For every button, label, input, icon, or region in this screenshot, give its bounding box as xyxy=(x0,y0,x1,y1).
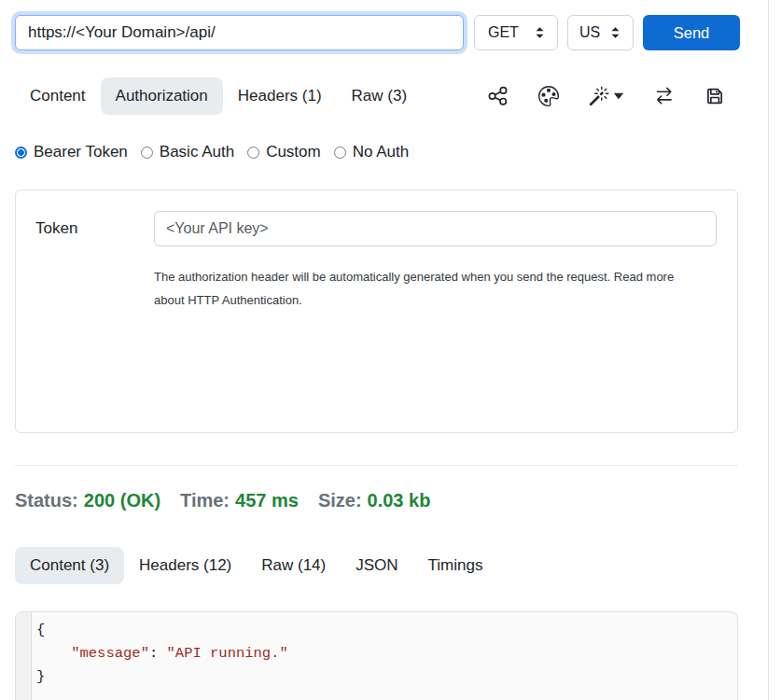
tab-headers[interactable]: Headers (1) xyxy=(223,77,337,115)
main-content: GET US Send Content Authorization Header… xyxy=(15,0,738,700)
url-input[interactable] xyxy=(15,15,464,50)
toolbar-icons xyxy=(488,86,725,106)
share-icon xyxy=(488,86,509,106)
palette-icon xyxy=(538,86,559,106)
auth-option-bearer-token[interactable]: Bearer Token xyxy=(15,143,128,161)
request-tabs: Content Authorization Headers (1) Raw (3… xyxy=(15,77,738,115)
time-label: Time: xyxy=(180,490,230,511)
request-bar: GET US Send xyxy=(15,15,740,50)
auth-option-custom[interactable]: Custom xyxy=(247,143,321,161)
radio-label: No Auth xyxy=(353,143,410,161)
magic-wand-icon xyxy=(589,86,609,106)
code-separator: : xyxy=(149,645,167,662)
compare-arrows-icon xyxy=(654,86,675,106)
method-select-value: GET xyxy=(488,24,519,41)
code-indent xyxy=(36,645,71,662)
caret-down-icon xyxy=(613,92,624,100)
auth-options: Bearer Token Basic Auth Custom No Auth xyxy=(15,143,738,161)
response-tab-raw[interactable]: Raw (14) xyxy=(246,547,341,584)
status-value: 200 (OK) xyxy=(84,490,160,511)
auth-panel: Token The authorization header will be a… xyxy=(15,189,738,433)
code-brace: } xyxy=(36,668,45,685)
code-gutter xyxy=(16,612,32,700)
response-body-code[interactable]: { "message": "API running." } xyxy=(32,612,737,700)
response-tab-headers[interactable]: Headers (12) xyxy=(124,547,246,584)
bearer-token-radio[interactable] xyxy=(15,147,27,159)
size-label: Size: xyxy=(318,490,362,511)
response-tab-content[interactable]: Content (3) xyxy=(15,547,124,584)
status-label: Status: xyxy=(15,490,78,511)
radio-label: Basic Auth xyxy=(160,143,234,161)
generate-code-button[interactable] xyxy=(589,86,624,106)
region-select[interactable]: US xyxy=(567,15,634,50)
auth-option-basic-auth[interactable]: Basic Auth xyxy=(141,143,234,161)
basic-auth-radio[interactable] xyxy=(141,147,153,159)
theme-button[interactable] xyxy=(538,86,559,106)
page-scrollbar-gutter[interactable] xyxy=(768,0,781,700)
tab-content[interactable]: Content xyxy=(15,77,101,115)
no-auth-radio[interactable] xyxy=(334,147,346,159)
token-label: Token xyxy=(35,219,154,238)
token-input[interactable] xyxy=(154,211,717,246)
response-tab-json[interactable]: JSON xyxy=(341,547,412,584)
select-updown-icon xyxy=(535,26,545,39)
select-updown-icon xyxy=(610,26,621,39)
auth-option-no-auth[interactable]: No Auth xyxy=(334,143,410,161)
save-button[interactable] xyxy=(704,86,725,106)
response-tabs: Content (3) Headers (12) Raw (14) JSON T… xyxy=(15,547,738,584)
tab-authorization[interactable]: Authorization xyxy=(101,77,223,115)
divider xyxy=(15,465,738,466)
response-body-block: { "message": "API running." } xyxy=(15,611,738,700)
response-tab-timings[interactable]: Timings xyxy=(413,547,498,584)
send-button[interactable]: Send xyxy=(643,15,740,50)
code-value: "API running." xyxy=(167,645,288,662)
token-row: Token xyxy=(35,211,717,246)
radio-label: Custom xyxy=(266,143,321,161)
share-button[interactable] xyxy=(488,86,509,106)
custom-radio[interactable] xyxy=(247,147,259,159)
method-select[interactable]: GET xyxy=(474,15,558,50)
compare-button[interactable] xyxy=(654,86,675,106)
size-value: 0.03 kb xyxy=(368,490,431,511)
time-value: 457 ms xyxy=(235,490,299,511)
response-status-row: Status: 200 (OK) Time: 457 ms Size: 0.03… xyxy=(15,490,738,511)
tab-raw[interactable]: Raw (3) xyxy=(337,77,423,115)
code-brace: { xyxy=(36,622,45,638)
region-select-value: US xyxy=(579,24,600,41)
token-help-text: The authorization header will be automat… xyxy=(154,265,695,312)
radio-label: Bearer Token xyxy=(34,143,128,161)
save-icon xyxy=(704,86,725,106)
code-key: "message" xyxy=(71,645,149,662)
